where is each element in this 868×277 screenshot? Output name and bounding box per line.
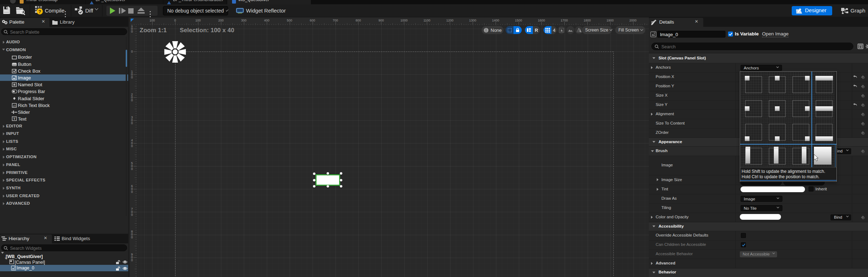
svg-text:(/): (/): [13, 104, 16, 107]
svg-text:?: ?: [38, 9, 41, 14]
svg-text:T: T: [13, 117, 15, 121]
